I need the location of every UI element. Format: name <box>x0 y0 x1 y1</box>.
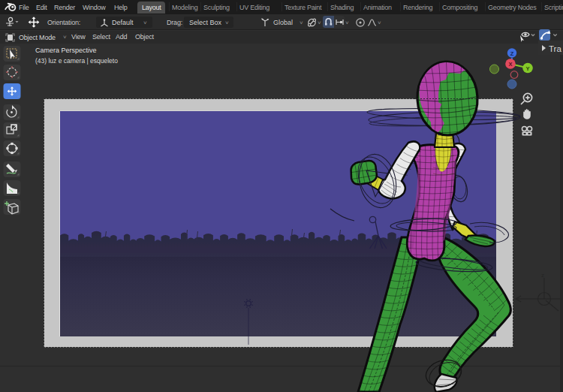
svg-text:Y: Y <box>525 65 529 72</box>
svg-text:Tra: Tra <box>549 44 561 53</box>
svg-text:z: z <box>541 272 544 279</box>
svg-text:Z: Z <box>510 50 514 57</box>
svg-text:X: X <box>508 61 512 68</box>
